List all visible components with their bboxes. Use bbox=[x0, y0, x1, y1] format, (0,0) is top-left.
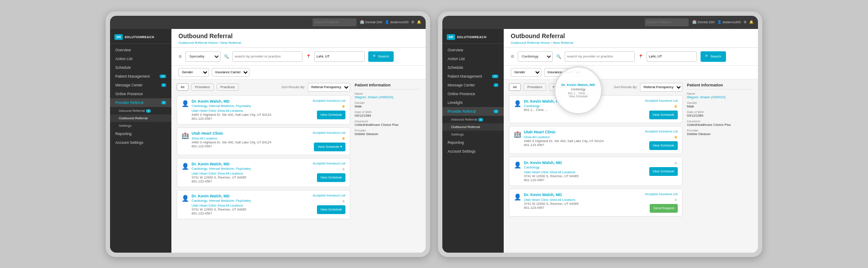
provider-avatar-3-right: 👤 bbox=[514, 161, 521, 168]
sidebar-item-overview[interactable]: Overview bbox=[110, 46, 171, 54]
search-button-right[interactable]: 🔍 Search bbox=[701, 51, 726, 62]
tab-all-right[interactable]: All bbox=[509, 83, 521, 91]
insurance-link-1-right[interactable]: Accepted Insurance List bbox=[645, 99, 678, 102]
sort-label-left: Sort Results By: bbox=[281, 85, 305, 89]
sidebar-sub-outbound[interactable]: Outbound Referral bbox=[110, 114, 171, 122]
sub-filters-left: Gender Insurance Carrier bbox=[171, 66, 426, 79]
insurance-select-left[interactable]: Insurance Carrier bbox=[212, 68, 249, 77]
insurance-link-3-left[interactable]: Accepted Insurance List bbox=[313, 162, 345, 165]
tab-providers-left[interactable]: Providers bbox=[191, 83, 214, 91]
star-3-left[interactable]: ★ bbox=[342, 167, 345, 172]
view-schedule-1-left[interactable]: View Schedule bbox=[317, 111, 345, 119]
sidebar-item-reporting-right[interactable]: Reporting bbox=[442, 138, 504, 147]
tab-providers-right[interactable]: Providers bbox=[523, 83, 546, 91]
show-all-3-right[interactable]: Show All Locations bbox=[550, 171, 576, 174]
show-all-1-left[interactable]: Show All Locations bbox=[217, 109, 243, 112]
search-icon-left: 🔍 bbox=[224, 54, 229, 59]
sidebar-item-message-center-right[interactable]: Message Center 2 bbox=[442, 81, 504, 89]
provider-card-1-left: 👤 Dr. Kevin Walsh, MD Cardiology, Intern… bbox=[177, 95, 350, 125]
specialty-select-left[interactable]: Speciality bbox=[185, 51, 221, 62]
show-all-2-right[interactable]: Show All Locations bbox=[524, 136, 550, 139]
star-4-left[interactable]: ★ bbox=[342, 199, 345, 204]
patient-search-input[interactable] bbox=[313, 18, 356, 26]
sidebar-item-online-presence[interactable]: Online Presence bbox=[110, 89, 171, 98]
practice-search-right[interactable] bbox=[565, 51, 635, 62]
sidebar-item-account-settings-right[interactable]: Account Settings bbox=[442, 147, 504, 156]
sidebar-sub-outbound-right[interactable]: Outbound Referral bbox=[442, 123, 504, 131]
provider-avatar-2-left: 🏥 bbox=[181, 132, 189, 139]
location-input-right[interactable] bbox=[647, 51, 697, 62]
view-schedule-2-right[interactable]: View Schedule bbox=[649, 141, 678, 150]
star-2-right[interactable]: ★ bbox=[674, 135, 678, 139]
view-schedule-1-right[interactable]: View Schedule bbox=[649, 111, 678, 119]
breadcrumb-home-left[interactable]: Outbound Referral Home bbox=[178, 41, 217, 45]
show-all-2-left[interactable]: Show All Locations bbox=[192, 137, 217, 140]
location-input-left[interactable] bbox=[314, 51, 365, 62]
sidebar-sub-settings-right[interactable]: Settings bbox=[442, 131, 504, 138]
sidebar-item-overview-right[interactable]: Overview bbox=[442, 46, 504, 54]
breadcrumb-home-right[interactable]: Outbound Referral Home bbox=[511, 41, 550, 45]
patient-search-input-right[interactable] bbox=[645, 18, 689, 26]
insurance-link-2-left[interactable]: Accepted Insurance List bbox=[313, 131, 345, 134]
sidebar-sub-settings[interactable]: Settings bbox=[110, 122, 171, 129]
provider-card-3-right: 👤 Dr. Kevin Walsh, MD Cardiology Utah He… bbox=[509, 157, 683, 186]
sidebar-item-limelight-right[interactable]: Limelight bbox=[442, 98, 504, 107]
star-4-right[interactable]: ★ bbox=[674, 197, 678, 202]
bell-icon[interactable]: 🔔 bbox=[417, 20, 421, 24]
sidebar-item-schedule-right[interactable]: Schedule bbox=[442, 63, 504, 72]
view-schedule-2-left[interactable]: View Schedule ▾ bbox=[314, 143, 345, 151]
sidebar-item-reporting[interactable]: Reporting bbox=[110, 129, 171, 138]
specialty-select-right[interactable]: Cardiology bbox=[518, 51, 553, 62]
provider-clinic-2-left: Show All Locations bbox=[192, 136, 310, 140]
insurance-link-4-left[interactable]: Accepted Insurance List bbox=[313, 194, 345, 197]
show-all-3-left[interactable]: Show All Locations bbox=[217, 172, 243, 175]
gender-select-left[interactable]: Gender bbox=[178, 68, 209, 77]
patient-gender-label-right: Gender bbox=[687, 101, 753, 104]
send-request-4-right[interactable]: Send Request bbox=[650, 204, 678, 213]
sidebar-item-action-list[interactable]: Action List bbox=[110, 54, 171, 63]
sort-select-left[interactable]: Referral Frenquency bbox=[308, 83, 350, 92]
view-schedule-4-left[interactable]: View Schedule bbox=[317, 205, 345, 214]
settings-icon[interactable]: ⚙ bbox=[411, 20, 414, 24]
patient-insurance-value-right: UnitedHealthcare Choice Plus bbox=[687, 123, 753, 127]
sidebar-sub-inbound-right[interactable]: Inbound Referral 4 bbox=[442, 116, 504, 123]
patient-gender-row-left: Gender Male bbox=[355, 101, 420, 108]
insurance-link-2-right[interactable]: Accepted Insurance List bbox=[645, 130, 678, 133]
insurance-link-1-left[interactable]: Accepted Insurance List bbox=[313, 99, 345, 102]
patient-name-value-right[interactable]: Wagner, Shawn (SW0023) bbox=[687, 95, 753, 99]
sort-select-right[interactable]: Referral Frenquency bbox=[640, 83, 683, 92]
patient-name-value-left[interactable]: Wagner, Shawn (SW0023) bbox=[355, 95, 420, 99]
provider-info-3-right: Dr. Kevin Walsh, MD Cardiology Utah Hear… bbox=[524, 161, 647, 182]
settings-icon-right[interactable]: ⚙ bbox=[743, 20, 747, 24]
breadcrumb-new-left[interactable]: New Referral bbox=[221, 41, 241, 45]
provider-card-4-right: 👤 Dr. Kevin Walsh, MD Utah Heart Clinic … bbox=[509, 189, 683, 217]
show-all-4-right[interactable]: Show All Locations bbox=[550, 198, 576, 201]
gender-select-right[interactable]: Gender bbox=[511, 68, 541, 77]
sidebar-item-provider-referral-right[interactable]: Provider Referral 0 bbox=[442, 107, 504, 116]
search-button-left[interactable]: 🔍 Search bbox=[368, 51, 394, 62]
star-3-right[interactable]: ★ bbox=[674, 161, 678, 165]
view-schedule-3-left[interactable]: View Schedule bbox=[317, 173, 345, 182]
insurance-link-4-right[interactable]: Accepted Insurance List bbox=[645, 193, 678, 196]
star-1-right[interactable]: ★ bbox=[674, 104, 678, 109]
sidebar-item-account-settings[interactable]: Account Settings bbox=[110, 138, 171, 147]
sidebar-item-schedule[interactable]: Schedule bbox=[110, 63, 171, 72]
bell-icon-right[interactable]: 🔔 bbox=[749, 20, 754, 24]
show-all-4-left[interactable]: Show All Locations bbox=[217, 204, 243, 207]
tab-all-left[interactable]: All bbox=[177, 83, 189, 91]
tab-practices-left[interactable]: Practices bbox=[217, 83, 239, 91]
sidebar-item-action-list-right[interactable]: Action List bbox=[442, 54, 504, 63]
practice-search-left[interactable] bbox=[232, 51, 302, 62]
provider-clinic-2-right: Show All Locations bbox=[524, 135, 642, 139]
sidebar-sub-inbound[interactable]: Inbound Referral 4 bbox=[110, 107, 171, 114]
view-schedule-3-right[interactable]: View Schedule bbox=[649, 167, 678, 176]
sidebar-item-provider-referral[interactable]: Provider Referral 0 bbox=[110, 98, 171, 107]
star-1-left[interactable]: ★ bbox=[342, 104, 345, 109]
sidebar-item-online-presence-right[interactable]: Online Presence bbox=[442, 89, 504, 98]
sidebar-item-patient-mgmt-right[interactable]: Patient Management 35 bbox=[442, 72, 504, 81]
star-2-left[interactable]: ★ bbox=[342, 136, 345, 141]
breadcrumb-new-right[interactable]: New Referral bbox=[553, 41, 573, 45]
sidebar-item-patient-mgmt[interactable]: Patient Management 35 bbox=[110, 72, 171, 81]
sidebar-item-message-center[interactable]: Message Center 2 bbox=[110, 81, 171, 89]
provider-card-2-right: 🏥 Utah Heart Clinic Show All Locations 4… bbox=[509, 126, 683, 154]
